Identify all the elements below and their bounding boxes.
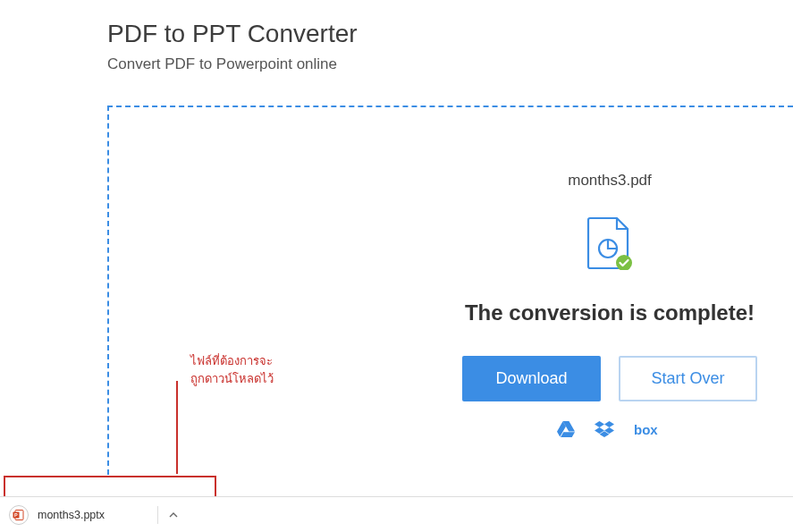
google-drive-icon[interactable] <box>557 421 575 441</box>
annotation-line2: ถูกดาวน์โหลดไว้ <box>190 370 274 388</box>
chevron-up-icon[interactable] <box>157 506 178 524</box>
svg-text:box: box <box>634 422 658 437</box>
svg-point-1 <box>616 255 632 270</box>
drop-area[interactable]: months3.pdf The conversion is complete! … <box>107 106 793 475</box>
start-over-button[interactable]: Start Over <box>619 356 757 401</box>
annotation-arrow-line <box>176 381 178 474</box>
annotation-text: ไฟล์ที่ต้องการจะ ถูกดาวน์โหลดไว้ <box>190 352 274 387</box>
page-subtitle: Convert PDF to Powerpoint online <box>107 55 793 73</box>
page-title: PDF to PPT Converter <box>107 20 793 48</box>
document-icon <box>449 216 771 270</box>
browser-download-bar: P months3.pptx <box>0 496 793 532</box>
source-filename: months3.pdf <box>449 172 771 190</box>
download-item[interactable]: P months3.pptx <box>0 497 188 532</box>
action-buttons: Download Start Over <box>449 356 771 401</box>
svg-text:P: P <box>14 512 18 518</box>
page-header: PDF to PPT Converter Convert PDF to Powe… <box>0 0 793 73</box>
dropbox-icon[interactable] <box>595 421 614 441</box>
annotation-line1: ไฟล์ที่ต้องการจะ <box>190 352 274 370</box>
download-filename: months3.pptx <box>38 509 105 521</box>
cloud-storage-row: box <box>449 421 771 441</box>
download-button[interactable]: Download <box>462 356 601 401</box>
powerpoint-file-icon: P <box>9 505 29 525</box>
status-message: The conversion is complete! <box>449 300 771 325</box>
conversion-result: months3.pdf The conversion is complete! … <box>449 172 771 441</box>
box-icon[interactable]: box <box>634 422 662 441</box>
